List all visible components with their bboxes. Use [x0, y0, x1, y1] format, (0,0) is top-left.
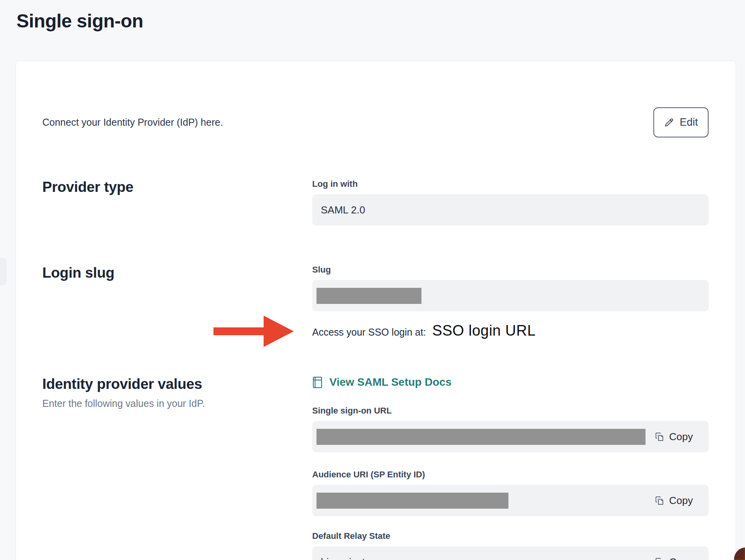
audience-uri-block: Audience URI (SP Entity ID) — [312, 470, 709, 516]
default-relay-state-field: bigproject Copy — [312, 546, 709, 560]
sso-login-url-annotation: SSO login URL — [432, 322, 535, 339]
copy-label: Copy — [669, 495, 693, 507]
provider-type-value: SAML 2.0 — [321, 204, 365, 216]
sso-settings-card: Connect your Identity Provider (IdP) her… — [16, 61, 736, 560]
sso-url-label: Single sign-on URL — [312, 406, 709, 416]
sso-url-field: Copy — [312, 421, 709, 452]
access-text: Access your SSO login at: — [312, 327, 426, 338]
login-slug-section: Login slug Slug Access your SSO login at… — [42, 265, 709, 339]
copy-icon — [655, 432, 665, 442]
intro-row: Connect your Identity Provider (IdP) her… — [42, 107, 709, 137]
copy-relay-state-button[interactable]: Copy — [655, 556, 700, 560]
audience-uri-redacted-value — [316, 493, 508, 509]
sso-settings-page: Single sign-on Connect your Identity Pro… — [0, 0, 745, 560]
copy-audience-uri-button[interactable]: Copy — [655, 495, 700, 507]
view-saml-docs-label: View SAML Setup Docs — [329, 376, 452, 388]
edit-button-label: Edit — [680, 116, 698, 128]
side-drawer-handle[interactable] — [0, 258, 7, 285]
login-slug-heading: Login slug — [42, 265, 312, 281]
view-saml-docs-link[interactable]: View SAML Setup Docs — [312, 376, 709, 388]
slug-label: Slug — [312, 265, 709, 275]
sso-url-redacted-value — [316, 429, 646, 445]
provider-type-section: Provider type Log in with SAML 2.0 — [42, 179, 709, 226]
audience-uri-label: Audience URI (SP Entity ID) — [312, 470, 709, 480]
default-relay-state-value: bigproject — [321, 556, 365, 560]
red-arrow-annotation — [213, 316, 294, 347]
slug-field — [312, 280, 709, 311]
audience-uri-field: Copy — [312, 485, 709, 516]
idp-values-section: Identity provider values Enter the follo… — [42, 376, 709, 560]
provider-type-heading: Provider type — [42, 179, 312, 195]
copy-label: Copy — [669, 431, 693, 443]
page-title: Single sign-on — [16, 10, 143, 32]
idp-values-heading: Identity provider values — [42, 376, 312, 392]
default-relay-state-label: Default Relay State — [312, 531, 709, 541]
copy-sso-url-button[interactable]: Copy — [655, 431, 700, 443]
pencil-icon — [664, 117, 674, 128]
default-relay-state-block: Default Relay State bigproject — [312, 531, 709, 560]
sso-url-block: Single sign-on URL Copy — [312, 406, 709, 452]
red-arrow-shaft — [213, 327, 264, 335]
copy-icon — [655, 496, 665, 506]
slug-redacted-value — [316, 288, 421, 304]
provider-type-field: SAML 2.0 — [312, 194, 709, 226]
red-arrow-head — [264, 316, 294, 347]
book-docs-icon — [312, 376, 323, 388]
login-with-label: Log in with — [312, 179, 709, 189]
copy-icon — [655, 557, 665, 560]
access-line: Access your SSO login at: SSO login URL — [312, 322, 709, 339]
copy-label: Copy — [669, 556, 693, 560]
idp-values-subheading: Enter the following values in your IdP. — [42, 398, 312, 409]
intro-text: Connect your Identity Provider (IdP) her… — [42, 117, 223, 128]
edit-button[interactable]: Edit — [653, 107, 709, 137]
